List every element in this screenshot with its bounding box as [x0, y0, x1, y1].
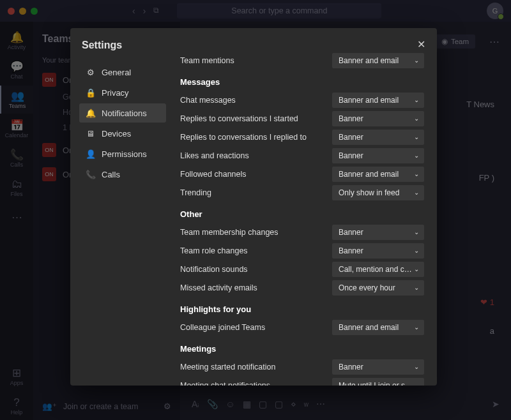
- format-icon[interactable]: Aᵢ: [192, 399, 199, 409]
- settings-nav-general[interactable]: ⚙General: [79, 63, 166, 82]
- settings-nav-devices[interactable]: 🖥Devices: [79, 124, 166, 143]
- select-value: Once every hour: [339, 283, 414, 292]
- window-controls: [8, 8, 38, 15]
- new-window-icon[interactable]: ⧉: [153, 6, 159, 16]
- settings-nav-label: Calls: [102, 170, 120, 179]
- rail-label: Calendar: [5, 132, 29, 139]
- settings-nav-calls[interactable]: 📞Calls: [79, 165, 166, 184]
- settings-content: Team mentionsBanner and email⌄MessagesCh…: [172, 51, 437, 386]
- rail-label: Help: [11, 409, 23, 416]
- rail-label: Files: [10, 191, 22, 197]
- minimize-window-button[interactable]: [19, 8, 26, 15]
- team-button[interactable]: ◉ Team: [435, 34, 475, 49]
- rail-item-help[interactable]: ?Help: [0, 392, 33, 420]
- nav-forward-icon[interactable]: ›: [143, 6, 146, 16]
- setting-label: Replies to conversations I replied to: [180, 133, 332, 142]
- setting-row: Notification soundsCall, mention and cha…: [180, 260, 424, 278]
- setting-select[interactable]: Only show in feed⌄: [332, 185, 424, 200]
- maximize-window-button[interactable]: [31, 8, 38, 15]
- select-value: Banner and email: [339, 96, 414, 105]
- send-icon[interactable]: ➤: [492, 399, 500, 409]
- avatar-initial: G: [492, 7, 498, 15]
- setting-select[interactable]: Banner⌄: [332, 130, 424, 145]
- chevron-down-icon: ⌄: [414, 382, 419, 386]
- compose-more-icon[interactable]: ⋯: [316, 399, 325, 409]
- setting-label: Replies to conversations I started: [180, 114, 332, 123]
- join-team-label: Join or create a team: [63, 402, 138, 411]
- activity-icon: 🔔: [10, 32, 24, 43]
- attach-icon[interactable]: 📎: [207, 399, 218, 409]
- setting-select[interactable]: Mute until I join or sen…⌄: [332, 378, 424, 386]
- setting-row: Likes and reactionsBanner⌄: [180, 146, 424, 165]
- setting-select[interactable]: Banner⌄: [332, 111, 424, 126]
- setting-select[interactable]: Banner⌄: [332, 148, 424, 163]
- chevron-down-icon: ⌄: [414, 170, 419, 177]
- more-icon[interactable]: ⋯: [489, 36, 500, 48]
- emoji-icon[interactable]: ☺: [225, 399, 234, 409]
- setting-row: Replies to conversations I startedBanner…: [180, 109, 424, 128]
- rail-item-calls[interactable]: 📞Calls: [0, 144, 33, 172]
- titlebar: ‹ › ⧉ Search or type a command G: [0, 0, 511, 22]
- gear-icon[interactable]: ⚙: [164, 401, 171, 411]
- setting-row: Chat messagesBanner and email⌄: [180, 91, 424, 109]
- setting-label: Notification sounds: [180, 265, 332, 274]
- chevron-down-icon: ⌄: [414, 96, 419, 103]
- sticker-icon[interactable]: ▢: [259, 399, 267, 409]
- join-create-team[interactable]: 👥⁺ Join or create a team ⚙: [42, 401, 171, 411]
- setting-label: Meeting started notification: [180, 363, 332, 371]
- settings-modal: Settings ✕ ⚙General🔒Privacy🔔Notification…: [70, 28, 437, 386]
- teams-icon: 👥: [11, 91, 24, 101]
- setting-select[interactable]: Banner⌄: [332, 359, 424, 375]
- setting-row: Team mentionsBanner and email⌄: [180, 51, 424, 70]
- setting-select[interactable]: Banner and email⌄: [332, 93, 424, 108]
- settings-nav-notifications[interactable]: 🔔Notifications: [79, 103, 166, 123]
- select-value: Banner and email: [339, 323, 414, 332]
- setting-label: Team mentions: [180, 56, 332, 65]
- setting-select[interactable]: Banner and email⌄: [332, 320, 424, 335]
- rail-item-apps[interactable]: ⊞Apps: [0, 363, 33, 391]
- meet-icon[interactable]: ▢: [275, 399, 283, 409]
- setting-select[interactable]: Banner⌄: [332, 243, 424, 259]
- nav-back-icon[interactable]: ‹: [132, 6, 135, 16]
- compose-bar: Aᵢ 📎 ☺ ▦ ▢ ▢ ⋄ w ⋯ ➤: [192, 396, 500, 412]
- section-header: Other: [180, 209, 424, 219]
- setting-select[interactable]: Call, mention and chat⌄: [332, 262, 424, 277]
- devices-icon: 🖥: [86, 129, 95, 139]
- rail-item-chat[interactable]: 💬Chat: [0, 56, 33, 84]
- setting-row: Followed channelsBanner and email⌄: [180, 165, 424, 183]
- setting-select[interactable]: Banner and email⌄: [332, 53, 424, 68]
- nav-arrows: ‹ › ⧉: [132, 6, 159, 16]
- setting-label: Team role changes: [180, 246, 332, 255]
- gif-icon[interactable]: ▦: [243, 399, 251, 409]
- setting-select[interactable]: Once every hour⌄: [332, 280, 424, 296]
- rail-item-more[interactable]: ⋯: [0, 203, 33, 231]
- rail-item-files[interactable]: 🗂Files: [0, 174, 33, 202]
- setting-select[interactable]: Banner⌄: [332, 225, 424, 240]
- setting-row: Colleague joined TeamsBanner and email⌄: [180, 318, 424, 336]
- settings-nav-label: General: [102, 68, 131, 77]
- team-badge: ON: [42, 167, 56, 181]
- setting-label: Team membership changes: [180, 228, 332, 237]
- settings-nav-privacy[interactable]: 🔒Privacy: [79, 83, 166, 102]
- close-icon[interactable]: ✕: [417, 40, 425, 50]
- settings-nav-permissions[interactable]: 👤Permissions: [79, 144, 166, 163]
- stream-icon[interactable]: ⋄: [291, 399, 296, 409]
- rail-label: Activity: [8, 44, 26, 50]
- select-value: Banner: [339, 363, 414, 371]
- close-window-button[interactable]: [8, 8, 15, 15]
- chevron-down-icon: ⌄: [414, 284, 419, 291]
- more-compose-icon[interactable]: w: [304, 401, 309, 408]
- setting-select[interactable]: Banner and email⌄: [332, 167, 424, 182]
- avatar[interactable]: G: [487, 3, 503, 19]
- org-icon: ◉: [441, 37, 448, 46]
- rail-item-activity[interactable]: 🔔Activity: [0, 27, 33, 55]
- rail-item-teams[interactable]: 👥Teams: [0, 86, 33, 114]
- notifications-icon: 🔔: [86, 109, 95, 118]
- setting-label: Chat messages: [180, 96, 332, 105]
- settings-title: Settings: [82, 40, 122, 51]
- rail-item-calendar[interactable]: 📅Calendar: [0, 115, 33, 143]
- calendar-icon: 📅: [10, 120, 24, 131]
- chevron-down-icon: ⌄: [414, 152, 419, 159]
- privacy-icon: 🔒: [86, 88, 95, 98]
- search-input[interactable]: Search or type a command: [177, 3, 381, 19]
